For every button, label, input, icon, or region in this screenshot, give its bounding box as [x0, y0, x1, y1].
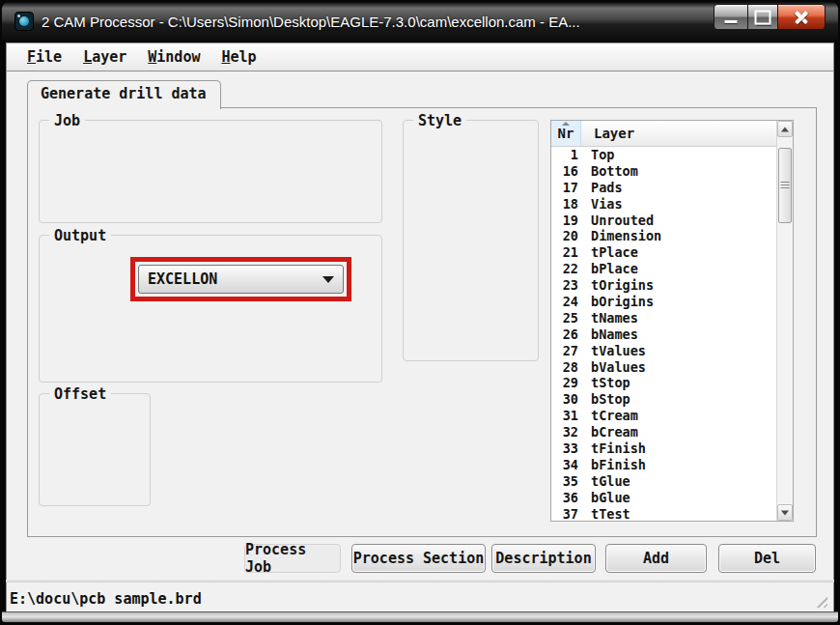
layer-row[interactable]: 32 bCream [551, 424, 776, 440]
layer-number: 34 [551, 457, 578, 473]
layer-row[interactable]: 24 bOrigins [551, 294, 776, 310]
layer-list: Nr Layer 1 Top 16 Bottom 17 Pads 18 Vias [550, 120, 794, 522]
layer-name: Dimension [591, 228, 661, 244]
style-group: Style [403, 120, 539, 361]
layer-number: 27 [551, 343, 578, 359]
style-group-label: Style [413, 113, 466, 128]
output-group-label: Output [49, 228, 111, 243]
layer-number: 33 [551, 440, 578, 457]
menu-item[interactable]: Window [137, 43, 210, 71]
del-button[interactable]: Del [718, 544, 816, 573]
close-button[interactable] [777, 4, 826, 30]
cam-processor-window: 2 CAM Processor - C:\Users\Simon\Desktop… [0, 0, 840, 625]
scroll-down-button[interactable] [777, 504, 793, 521]
layer-name: bOrigins [591, 294, 654, 310]
layer-name: tCream [591, 408, 638, 424]
process-job-button[interactable]: Process Job [244, 544, 341, 573]
layer-number: 1 [551, 147, 578, 163]
layer-name: tNames [591, 310, 638, 327]
statusbar-text: E:\docu\pcb sample.brd [10, 588, 202, 610]
layer-number: 23 [551, 277, 578, 294]
tab-generate-drill-data[interactable]: Generate drill data [27, 80, 221, 109]
column-header-nr[interactable]: Nr [551, 121, 581, 146]
layer-row[interactable]: 30 bStop [551, 391, 776, 408]
layer-row[interactable]: 25 tNames [551, 310, 776, 327]
offset-group-label: Offset [49, 386, 111, 402]
layer-number: 19 [551, 213, 578, 229]
titlebar[interactable]: 2 CAM Processor - C:\Users\Simon\Desktop… [2, 2, 838, 41]
layer-number: 32 [551, 424, 578, 440]
job-group-label: Job [49, 113, 85, 128]
add-button[interactable]: Add [605, 544, 707, 573]
scroll-up-button[interactable] [777, 121, 793, 137]
arrow-up-icon [781, 127, 789, 131]
job-group: Job [39, 120, 382, 223]
menu-item[interactable]: Layer [72, 43, 137, 71]
layer-row[interactable]: 31 tCream [551, 408, 776, 424]
layer-row[interactable]: 33 tFinish [551, 440, 776, 457]
vertical-scrollbar[interactable] [776, 121, 793, 521]
layer-number: 35 [551, 473, 578, 490]
layer-row[interactable]: 37 tTest [551, 506, 776, 521]
layer-row[interactable]: 29 tStop [551, 375, 776, 391]
layer-number: 21 [551, 244, 578, 261]
layer-name: bStop [591, 391, 630, 408]
arrow-down-icon [781, 510, 789, 515]
window-bottom-frame [2, 611, 838, 622]
layer-row[interactable]: 1 Top [551, 147, 776, 163]
layer-row[interactable]: 28 bValues [551, 359, 776, 376]
layer-name: bNames [591, 327, 638, 343]
maximize-button[interactable] [748, 4, 777, 30]
layer-row[interactable]: 17 Pads [551, 180, 776, 196]
layer-name: Top [591, 147, 614, 163]
layer-name: Unrouted [591, 213, 654, 229]
layer-name: tTest [591, 506, 630, 521]
layer-row[interactable]: 22 bPlace [551, 261, 776, 277]
layer-row[interactable]: 35 tGlue [551, 473, 776, 490]
column-header-layer[interactable]: Layer [581, 121, 634, 146]
layer-list-header: Nr Layer [551, 121, 776, 147]
layer-name: bValues [591, 359, 646, 376]
layer-number: 20 [551, 228, 578, 244]
layer-name: bCream [591, 424, 638, 440]
layer-name: tValues [591, 343, 646, 359]
layer-name: tFinish [591, 440, 646, 457]
layer-row[interactable]: 16 Bottom [551, 163, 776, 180]
layer-row[interactable]: 18 Vias [551, 196, 776, 213]
layer-row[interactable]: 20 Dimension [551, 228, 776, 244]
layer-list-body: 1 Top 16 Bottom 17 Pads 18 Vias 19 Unrou… [551, 147, 776, 521]
layer-number: 25 [551, 310, 578, 327]
layer-row[interactable]: 19 Unrouted [551, 213, 776, 229]
layer-number: 26 [551, 327, 578, 343]
minimize-button[interactable] [714, 4, 748, 30]
layer-name: Vias [591, 196, 623, 213]
scrollbar-thumb[interactable] [778, 148, 792, 223]
chevron-down-icon [322, 276, 334, 283]
layer-name: tStop [591, 375, 630, 391]
layer-name: bFinish [591, 457, 646, 473]
window-controls [714, 4, 826, 30]
layer-row[interactable]: 36 bGlue [551, 490, 776, 506]
layer-name: tOrigins [591, 277, 654, 294]
layer-row[interactable]: 21 tPlace [551, 244, 776, 261]
app-icon [14, 12, 34, 31]
process-section-button[interactable]: Process Section [351, 544, 486, 573]
layer-number: 16 [551, 163, 578, 180]
layer-number: 17 [551, 180, 578, 196]
layer-row[interactable]: 26 bNames [551, 327, 776, 343]
sort-ascending-icon [562, 122, 570, 126]
menu-item[interactable]: File [16, 43, 72, 71]
layer-row[interactable]: 23 tOrigins [551, 277, 776, 294]
layer-row[interactable]: 34 bFinish [551, 457, 776, 473]
layer-number: 28 [551, 359, 578, 376]
layer-row[interactable]: 27 tValues [551, 343, 776, 359]
layer-name: bGlue [591, 490, 630, 506]
layer-number: 31 [551, 408, 578, 424]
menu-item[interactable]: Help [210, 43, 266, 71]
device-select[interactable]: EXCELLON [138, 265, 344, 294]
menu-bar: FileLayerWindowHelp [6, 43, 834, 71]
layer-name: Pads [591, 180, 623, 196]
device-select-value: EXCELLON [148, 270, 217, 288]
description-button[interactable]: Description [491, 544, 596, 573]
layer-number: 18 [551, 196, 578, 213]
